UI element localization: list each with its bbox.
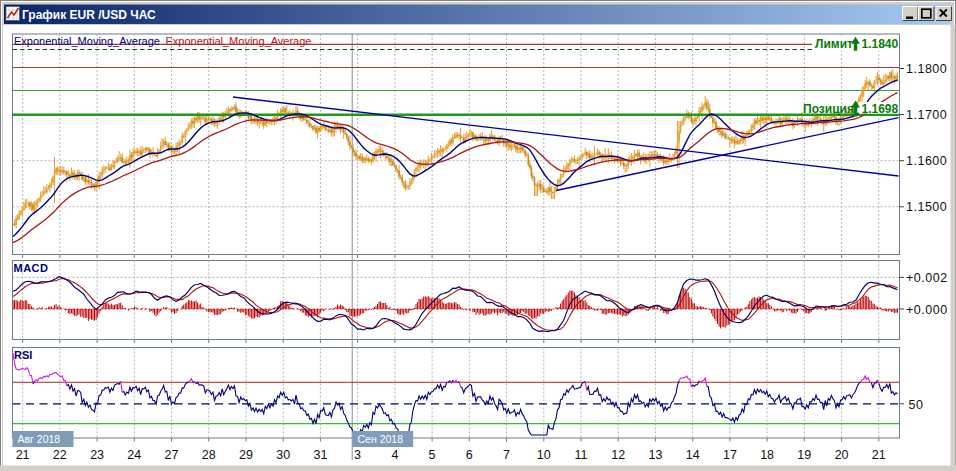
- svg-text:+0.002: +0.002: [906, 271, 948, 285]
- svg-text:1.1500: 1.1500: [906, 200, 947, 214]
- svg-text:3: 3: [354, 448, 361, 462]
- svg-text:31: 31: [313, 448, 327, 462]
- svg-text:1.1700: 1.1700: [906, 108, 947, 122]
- svg-text:24: 24: [127, 448, 141, 462]
- svg-text:20: 20: [835, 448, 849, 462]
- svg-text:1.1698: 1.1698: [862, 102, 899, 116]
- svg-text:Лимит: Лимит: [815, 37, 853, 51]
- svg-text:10: 10: [537, 448, 551, 462]
- svg-text:Авг 2018: Авг 2018: [18, 433, 61, 445]
- svg-text:+0.000: +0.000: [906, 303, 948, 317]
- svg-text:1.1600: 1.1600: [906, 154, 947, 168]
- svg-text:6: 6: [466, 448, 473, 462]
- svg-text:Позиция: Позиция: [803, 102, 854, 116]
- svg-text:Exponential_Moving_Average: Exponential_Moving_Average: [166, 35, 312, 47]
- svg-text:1.1800: 1.1800: [906, 62, 947, 76]
- svg-text:График EUR /USD ЧАС: График EUR /USD ЧАС: [22, 8, 156, 22]
- svg-text:MACD: MACD: [14, 262, 49, 274]
- svg-text:23: 23: [90, 448, 104, 462]
- svg-text:17: 17: [723, 448, 737, 462]
- svg-text:5: 5: [429, 448, 436, 462]
- svg-text:14: 14: [686, 448, 700, 462]
- svg-text:21: 21: [16, 448, 30, 462]
- svg-text:13: 13: [648, 448, 662, 462]
- svg-text:28: 28: [202, 448, 216, 462]
- svg-text:18: 18: [760, 448, 774, 462]
- svg-text:27: 27: [165, 448, 179, 462]
- svg-text:21: 21: [872, 448, 886, 462]
- svg-text:Exponential_Moving_Average: Exponential_Moving_Average: [14, 35, 160, 47]
- svg-text:1.1840: 1.1840: [862, 37, 899, 51]
- svg-text:RSI: RSI: [14, 349, 32, 361]
- svg-text:50: 50: [909, 398, 924, 412]
- svg-text:12: 12: [611, 448, 625, 462]
- svg-text:29: 29: [239, 448, 253, 462]
- svg-text:22: 22: [53, 448, 67, 462]
- svg-text:7: 7: [503, 448, 510, 462]
- svg-text:Сен 2018: Сен 2018: [358, 433, 404, 445]
- svg-text:11: 11: [575, 448, 588, 462]
- svg-text:19: 19: [797, 448, 811, 462]
- svg-text:30: 30: [276, 448, 290, 462]
- svg-text:4: 4: [391, 448, 398, 462]
